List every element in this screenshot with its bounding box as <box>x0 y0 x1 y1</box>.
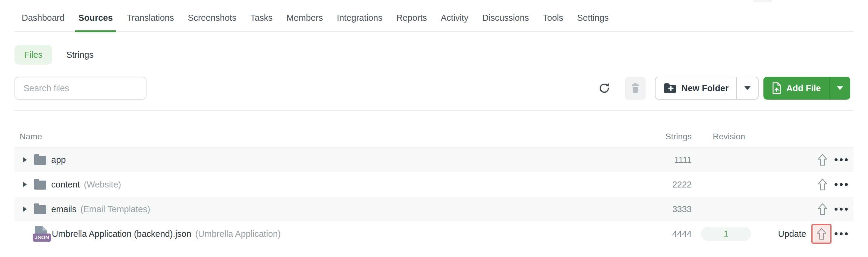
chevron-down-icon <box>837 86 843 90</box>
nav-item-tasks[interactable]: Tasks <box>250 4 273 32</box>
json-badge: JSON <box>33 233 51 242</box>
delete-button[interactable] <box>625 77 646 100</box>
expand-caret-icon[interactable] <box>23 207 27 212</box>
json-file-icon: JSON <box>35 226 47 241</box>
add-file-label: Add File <box>786 83 821 93</box>
table-row-umbrella-json[interactable]: JSON Umbrella Application (backend).json… <box>14 221 854 246</box>
files-table: app 1111 content (Website) 2222 emails <box>14 147 854 246</box>
add-file-button[interactable]: Add File <box>764 77 829 100</box>
file-name[interactable]: Umbrella Application (backend).json <box>52 229 191 239</box>
nav-item-tools[interactable]: Tools <box>543 4 563 32</box>
new-folder-label: New Folder <box>681 83 728 93</box>
table-row-emails[interactable]: emails (Email Templates) 3333 <box>14 197 854 221</box>
new-folder-split-button: New Folder <box>655 77 758 100</box>
file-name[interactable]: app <box>51 155 66 165</box>
upload-translations-button[interactable] <box>817 153 828 166</box>
update-link[interactable]: Update <box>778 229 806 239</box>
strings-count: 3333 <box>672 204 692 214</box>
trash-icon <box>631 83 640 93</box>
tab-files[interactable]: Files <box>14 45 52 65</box>
files-table-header: Name Strings Revision <box>14 126 854 147</box>
search-input[interactable] <box>14 77 147 100</box>
strings-count: 4444 <box>672 229 692 239</box>
strings-count: 2222 <box>672 180 692 190</box>
project-nav: Dashboard Sources Translations Screensho… <box>14 0 854 32</box>
upload-translations-button[interactable] <box>817 178 828 191</box>
more-actions-button[interactable] <box>834 154 848 166</box>
nav-item-sources[interactable]: Sources <box>79 4 113 32</box>
nav-item-screenshots[interactable]: Screenshots <box>188 4 236 32</box>
upload-translations-button-highlighted[interactable] <box>811 224 832 244</box>
file-note: (Website) <box>84 180 121 190</box>
file-upload-icon <box>772 82 781 95</box>
chevron-down-icon <box>744 86 750 90</box>
toolbar-separator <box>14 110 854 111</box>
new-folder-button[interactable]: New Folder <box>655 77 736 99</box>
expand-caret-icon[interactable] <box>23 157 27 162</box>
nav-item-activity[interactable]: Activity <box>441 4 469 32</box>
upload-translations-button[interactable] <box>817 203 828 216</box>
revision-badge[interactable]: 1 <box>701 227 751 241</box>
upload-icon <box>816 227 827 240</box>
upload-icon <box>817 203 828 216</box>
file-note: (Umbrella Application) <box>195 229 281 239</box>
more-actions-button[interactable] <box>834 228 848 240</box>
column-header-name: Name <box>20 132 42 141</box>
expand-caret-icon[interactable] <box>23 182 27 187</box>
more-actions-button[interactable] <box>834 203 848 215</box>
table-row-content[interactable]: content (Website) 2222 <box>14 172 854 197</box>
more-actions-button[interactable] <box>834 179 848 190</box>
folder-plus-icon <box>663 83 677 94</box>
folder-icon <box>34 156 46 165</box>
folder-icon <box>34 181 46 190</box>
add-file-split-button: Add File <box>764 77 850 100</box>
file-name[interactable]: content <box>51 180 80 190</box>
nav-item-settings[interactable]: Settings <box>577 4 609 32</box>
file-note: (Email Templates) <box>81 204 150 214</box>
sources-view-toggle: Files Strings <box>14 45 94 65</box>
strings-count: 1111 <box>674 155 692 165</box>
column-header-strings: Strings <box>665 132 692 141</box>
nav-item-integrations[interactable]: Integrations <box>337 4 382 32</box>
nav-item-translations[interactable]: Translations <box>127 4 174 32</box>
column-header-revision: Revision <box>713 132 745 141</box>
file-name[interactable]: emails <box>51 204 76 214</box>
nav-item-members[interactable]: Members <box>287 4 323 32</box>
table-row-app[interactable]: app 1111 <box>14 147 854 172</box>
nav-item-dashboard[interactable]: Dashboard <box>22 4 64 32</box>
folder-icon <box>34 205 46 214</box>
refresh-button[interactable] <box>598 82 611 95</box>
add-file-dropdown-button[interactable] <box>829 77 850 100</box>
tab-strings[interactable]: Strings <box>66 50 93 60</box>
refresh-icon <box>598 82 611 95</box>
nav-item-reports[interactable]: Reports <box>396 4 427 32</box>
upload-icon <box>817 153 828 166</box>
new-folder-dropdown-button[interactable] <box>736 77 758 99</box>
upload-icon <box>817 178 828 191</box>
nav-item-discussions[interactable]: Discussions <box>482 4 529 32</box>
